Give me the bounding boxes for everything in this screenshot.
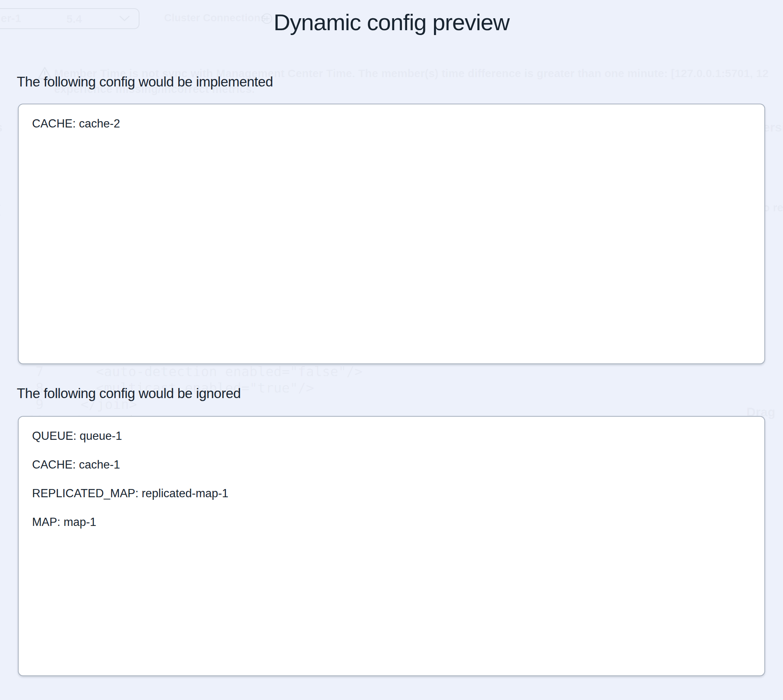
config-item: CACHE: cache-2 <box>32 117 751 130</box>
dynamic-config-preview-modal: Dynamic config preview The following con… <box>0 0 783 700</box>
page: er-1 5.4 Cluster Connections Member Time… <box>0 0 783 700</box>
ignored-section-heading: The following config would be ignored <box>17 385 765 403</box>
modal-title: Dynamic config preview <box>18 8 765 37</box>
config-item: MAP: map-1 <box>32 515 751 529</box>
implemented-config-box: CACHE: cache-2 <box>18 103 765 364</box>
config-item: REPLICATED_MAP: replicated-map-1 <box>32 487 751 500</box>
config-item: QUEUE: queue-1 <box>32 429 751 443</box>
ignored-config-box: QUEUE: queue-1 CACHE: cache-1 REPLICATED… <box>18 416 765 676</box>
implemented-section-heading: The following config would be implemente… <box>17 73 765 91</box>
config-item: CACHE: cache-1 <box>32 458 751 472</box>
